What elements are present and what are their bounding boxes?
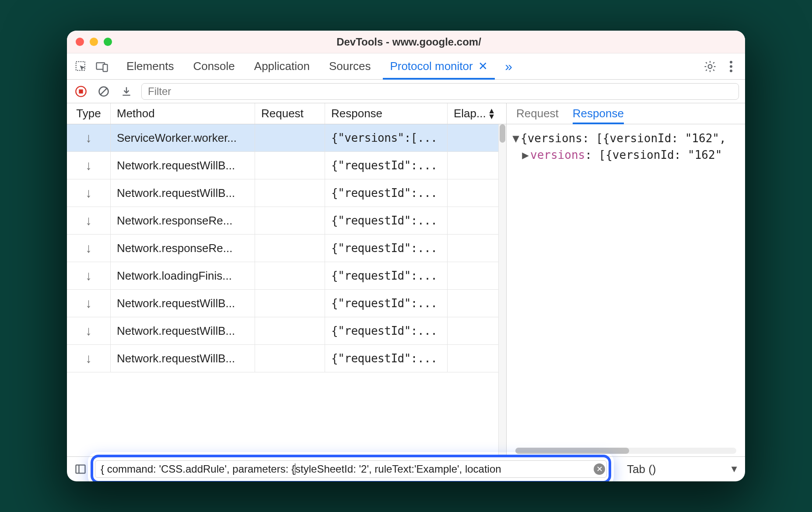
column-type[interactable]: Type <box>67 103 111 124</box>
detail-tab-request[interactable]: Request <box>516 103 559 124</box>
window-title: DevTools - www.google.com/ <box>81 36 736 48</box>
clear-input-icon[interactable]: ✕ <box>594 463 605 475</box>
close-icon[interactable]: ✕ <box>478 60 488 73</box>
filter-input[interactable]: Filter <box>141 83 739 100</box>
detail-pane: Request Response ▼ {versions: [{versionI… <box>507 103 745 456</box>
table-row[interactable]: ↓Network.requestWillB...{"requestId":... <box>67 317 506 345</box>
disclosure-triangle-open-icon[interactable]: ▼ <box>511 130 521 147</box>
cell-elapsed <box>448 235 506 262</box>
tab-label: Console <box>193 60 234 73</box>
cell-type: ↓ <box>67 124 111 151</box>
cell-type: ↓ <box>67 345 111 372</box>
column-elapsed-label: Elap... <box>454 107 486 120</box>
cell-elapsed <box>448 179 506 207</box>
detail-tabs: Request Response <box>507 103 745 124</box>
cell-response: {"requestId":... <box>325 179 448 207</box>
svg-point-4 <box>730 61 732 63</box>
tab-label: Sources <box>329 60 371 73</box>
messages-table: Type Method Request Response Elap... ▲▼ … <box>67 103 507 456</box>
cell-type: ↓ <box>67 317 111 344</box>
arrow-down-icon: ↓ <box>85 323 92 338</box>
tree-text: {versions: [{versionId: "162", <box>521 130 726 147</box>
cell-response: {"requestId":... <box>325 207 448 234</box>
table-header: Type Method Request Response Elap... ▲▼ <box>67 103 506 124</box>
settings-gear-icon[interactable] <box>700 57 720 76</box>
tree-line-child[interactable]: ▶ versions: [{versionId: "162" <box>511 147 741 164</box>
cell-request <box>255 207 325 234</box>
table-row[interactable]: ↓Network.requestWillB...{"requestId":... <box>67 179 506 207</box>
cell-type: ↓ <box>67 262 111 289</box>
detail-scrollbar-thumb[interactable] <box>515 448 629 454</box>
devtools-window: DevTools - www.google.com/ Elements Cons… <box>67 31 745 481</box>
download-icon[interactable] <box>119 84 134 99</box>
cell-request <box>255 124 325 151</box>
cell-request <box>255 317 325 344</box>
table-row[interactable]: ↓ServiceWorker.worker...{"versions":[... <box>67 124 506 152</box>
svg-rect-2 <box>103 64 108 71</box>
main-tabs: Elements Console Application Sources Pro… <box>117 53 497 79</box>
svg-rect-8 <box>79 89 83 93</box>
table-row[interactable]: ↓Network.requestWillB...{"requestId":... <box>67 290 506 317</box>
cell-elapsed <box>448 290 506 317</box>
cell-elapsed <box>448 152 506 179</box>
sort-icon: ▲▼ <box>488 108 496 119</box>
tab-sources[interactable]: Sources <box>319 53 380 79</box>
cell-elapsed <box>448 207 506 234</box>
clear-icon[interactable] <box>96 84 112 99</box>
cell-response: {"requestId":... <box>325 235 448 262</box>
table-row[interactable]: ↓Network.requestWillB...{"requestId":... <box>67 345 506 372</box>
content-split: Type Method Request Response Elap... ▲▼ … <box>67 103 745 457</box>
tab-console[interactable]: Console <box>183 53 244 79</box>
cell-type: ↓ <box>67 207 111 234</box>
column-method[interactable]: Method <box>111 103 255 124</box>
cell-request <box>255 345 325 372</box>
detail-tab-label: Request <box>516 107 559 120</box>
arrow-down-icon: ↓ <box>85 296 92 311</box>
detail-tab-response[interactable]: Response <box>573 103 624 124</box>
table-row[interactable]: ↓Network.loadingFinis...{"requestId":... <box>67 262 506 290</box>
arrow-down-icon: ↓ <box>85 186 92 200</box>
column-request[interactable]: Request <box>255 103 325 124</box>
kebab-menu-icon[interactable] <box>721 57 741 76</box>
command-input[interactable]: { command: 'CSS.addRule', parameters: { … <box>95 460 607 478</box>
cell-response: {"requestId":... <box>325 345 448 372</box>
tab-elements[interactable]: Elements <box>117 53 183 79</box>
table-scrollbar[interactable] <box>498 124 506 456</box>
table-row[interactable]: ↓Network.responseRe...{"requestId":... <box>67 207 506 235</box>
detail-body: ▼ {versions: [{versionId: "162", ▶ versi… <box>507 124 745 456</box>
column-elapsed[interactable]: Elap... ▲▼ <box>448 103 506 124</box>
arrow-down-icon: ↓ <box>85 268 92 283</box>
tree-line-root[interactable]: ▼ {versions: [{versionId: "162", <box>511 130 741 147</box>
toggle-sidebar-icon[interactable] <box>73 462 88 477</box>
more-tabs-icon[interactable]: » <box>499 57 518 76</box>
detail-scrollbar[interactable] <box>515 448 736 454</box>
tab-protocol-monitor[interactable]: Protocol monitor ✕ <box>380 53 497 79</box>
detail-tab-label: Response <box>573 107 624 120</box>
cell-request <box>255 290 325 317</box>
chevron-down-icon[interactable]: ▼ <box>729 463 739 475</box>
cell-elapsed <box>448 317 506 344</box>
cell-type: ↓ <box>67 235 111 262</box>
disclosure-triangle-closed-icon[interactable]: ▶ <box>521 147 530 164</box>
cell-method: Network.requestWillB... <box>111 152 255 179</box>
device-toggle-icon[interactable] <box>92 57 112 76</box>
table-scrollbar-thumb[interactable] <box>500 124 505 143</box>
table-row[interactable]: ↓Network.responseRe...{"requestId":... <box>67 235 506 262</box>
command-input-wrapper: { command: 'CSS.addRule', parameters: { … <box>95 458 607 480</box>
tree-text: versions: [{versionId: "162" <box>530 147 722 164</box>
column-response[interactable]: Response <box>325 103 448 124</box>
cell-request <box>255 262 325 289</box>
table-row[interactable]: ↓Network.requestWillB...{"requestId":... <box>67 152 506 179</box>
arrow-down-icon: ↓ <box>85 213 92 228</box>
tab-hint: Tab () <box>627 463 656 476</box>
main-tabbar: Elements Console Application Sources Pro… <box>67 53 745 80</box>
cell-method: Network.requestWillB... <box>111 345 255 372</box>
svg-line-10 <box>100 88 107 95</box>
tab-application[interactable]: Application <box>245 53 319 79</box>
cell-method: Network.loadingFinis... <box>111 262 255 289</box>
cell-type: ↓ <box>67 152 111 179</box>
cell-method: Network.responseRe... <box>111 235 255 262</box>
inspect-element-icon[interactable] <box>71 57 91 76</box>
table-body: ↓ServiceWorker.worker...{"versions":[...… <box>67 124 506 456</box>
record-button[interactable] <box>73 84 89 99</box>
